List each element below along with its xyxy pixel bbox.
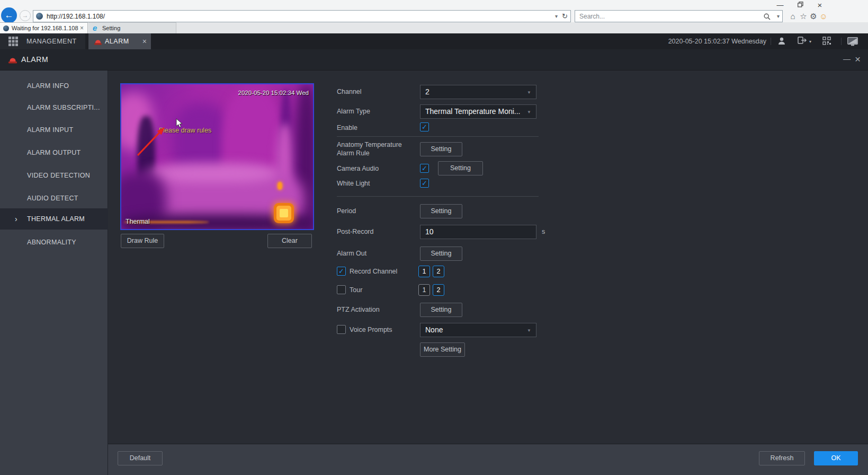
sidebar-item-alarm-subscription[interactable]: ALARM SUBSCRIPTI... [0,97,108,118]
tour-checkbox[interactable]: ✓ [337,285,346,294]
tab-label: Waiting for 192.168.1.108 [12,25,78,31]
alarm-out-label: Alarm Out [337,250,366,257]
address-bar[interactable]: http://192.168.1.108/ ▾ ↻ [33,10,571,22]
clear-button[interactable]: Clear [267,234,312,248]
qr-code-icon[interactable] [822,37,831,47]
chevron-down-icon: ▼ [527,328,531,333]
camera-audio-setting-button[interactable]: Setting [438,161,483,175]
ok-button[interactable]: OK [814,451,858,465]
white-light-checkbox[interactable]: ✓ [420,179,429,188]
sidebar-item-alarm-info[interactable]: ALARM INFO [0,75,108,96]
grid-menu-icon[interactable] [8,37,18,48]
tour-label: Tour [350,286,362,294]
thermal-hotspot [278,182,282,190]
alarm-tab[interactable]: ALARM × [88,33,151,49]
browser-tab-waiting[interactable]: Waiting for 192.168.1.108 × [0,22,88,33]
browser-nav-row: ← → http://192.168.1.108/ ▾ ↻ Search... … [0,0,868,22]
post-record-input[interactable]: 10 [420,225,536,239]
alarm-tab-close-icon[interactable]: × [142,33,147,49]
voice-prompts-checkbox[interactable]: ✓ [337,325,346,334]
favorites-star-icon[interactable]: ☆ [799,12,808,21]
monitor-icon[interactable] [847,37,858,48]
sidebar-item-alarm-input[interactable]: ALARM INPUT [0,119,108,140]
enable-checkbox[interactable]: ✓ [420,122,429,131]
anatomy-rule-label: Anatomy Temperature Alarm Rule [337,141,417,157]
browser-search-input[interactable]: Search... ▾ [575,10,783,22]
mouse-cursor [176,118,183,130]
alarm-tab-label: ALARM [105,33,129,49]
record-channel-chip-2[interactable]: 2 [433,266,444,277]
period-label: Period [337,207,356,215]
check-icon: ✓ [422,164,427,172]
address-dropdown-icon[interactable]: ▾ [555,13,558,19]
sidebar-item-video-detection[interactable]: VIDEO DETECTION [0,165,108,186]
thermal-scene: 2020-05-20 15:02:34 Wed Please draw rule… [121,84,313,229]
window-restore-button[interactable] [794,1,806,10]
record-channel-chip-1[interactable]: 1 [418,266,430,277]
chevron-right-icon: › [15,208,17,230]
enable-label: Enable [337,124,357,131]
window-minimize-button[interactable]: — [774,1,786,10]
draw-rule-button[interactable]: Draw Rule [121,234,164,248]
refresh-button[interactable]: Refresh [759,451,805,465]
window-close-button[interactable]: × [814,1,826,10]
post-record-label: Post-Record [337,228,373,235]
refresh-page-icon[interactable]: ↻ [562,12,568,20]
panel-close-icon[interactable]: × [855,49,861,69]
url-text: http://192.168.1.108/ [47,13,105,20]
default-button[interactable]: Default [118,451,163,465]
alarm-out-setting-button[interactable]: Setting [420,247,462,261]
tab-close-icon[interactable]: × [80,24,84,32]
tour-chip-1[interactable]: 1 [418,284,430,296]
home-icon[interactable]: ⌂ [788,12,798,21]
panel-minimize-icon[interactable]: — [843,49,851,69]
tab-label: Setting [102,25,120,31]
gear-icon[interactable]: ⚙ [809,12,818,21]
search-placeholder: Search... [579,13,605,20]
chevron-down-icon: ▼ [527,90,531,95]
voice-prompts-select[interactable]: None ▼ [420,323,536,337]
tab-favicon [3,25,9,31]
browser-back-button[interactable]: ← [1,7,17,23]
alarm-type-label: Alarm Type [337,108,370,115]
channel-select[interactable]: 2 ▼ [420,85,536,99]
sidebar-item-thermal-alarm[interactable]: › THERMAL ALARM [0,208,108,230]
post-record-value: 10 [425,225,434,239]
logout-caret-icon[interactable]: ▾ [809,39,811,44]
management-tab[interactable]: MANAGEMENT [0,33,85,49]
alarm-type-select[interactable]: Thermal Temperature Moni... ▼ [420,104,536,119]
thermal-hot-object [274,203,294,223]
sidebar-item-label: THERMAL ALARM [27,215,85,223]
search-icon[interactable] [764,13,771,22]
tour-chip-2[interactable]: 2 [433,284,444,296]
sidebar-item-alarm-output[interactable]: ALARM OUTPUT [0,142,108,163]
sidebar-item-abnormality[interactable]: ABNORMALITY [0,232,108,253]
period-setting-button[interactable]: Setting [420,204,462,218]
anatomy-rule-setting-button[interactable]: Setting [420,142,462,156]
browser-forward-button[interactable]: → [20,10,31,21]
voice-prompts-label: Voice Prompts [350,326,392,333]
ptz-setting-button[interactable]: Setting [420,303,462,317]
post-record-unit: s [542,228,545,235]
record-channel-label: Record Channel [350,268,397,275]
white-light-label: White Light [337,180,370,187]
header-separator [841,38,842,45]
browser-tab-setting[interactable]: e Setting [88,22,176,33]
smiley-feedback-icon[interactable]: ☺ [819,12,828,21]
video-timestamp: 2020-05-20 15:02:34 Wed [238,90,309,96]
search-dropdown-icon[interactable]: ▾ [777,13,780,19]
more-setting-button[interactable]: More Setting [420,342,465,357]
live-video-preview[interactable]: 2020-05-20 15:02:34 Wed Please draw rule… [120,83,314,230]
record-channel-checkbox[interactable]: ✓ [337,267,346,276]
browser-chrome: ← → http://192.168.1.108/ ▾ ↻ Search... … [0,0,868,33]
user-icon[interactable] [777,37,786,48]
voice-prompts-value: None [425,323,443,337]
channel-value: 2 [425,85,429,99]
logout-icon[interactable] [798,37,807,47]
check-icon: ✓ [422,123,427,131]
management-label: MANAGEMENT [26,33,77,49]
camera-audio-checkbox[interactable]: ✓ [420,164,429,173]
sidebar-item-audio-detect[interactable]: AUDIO DETECT [0,188,108,209]
panel-title-bar: ALARM — × [0,49,868,71]
panel-title: ALARM [21,49,48,70]
